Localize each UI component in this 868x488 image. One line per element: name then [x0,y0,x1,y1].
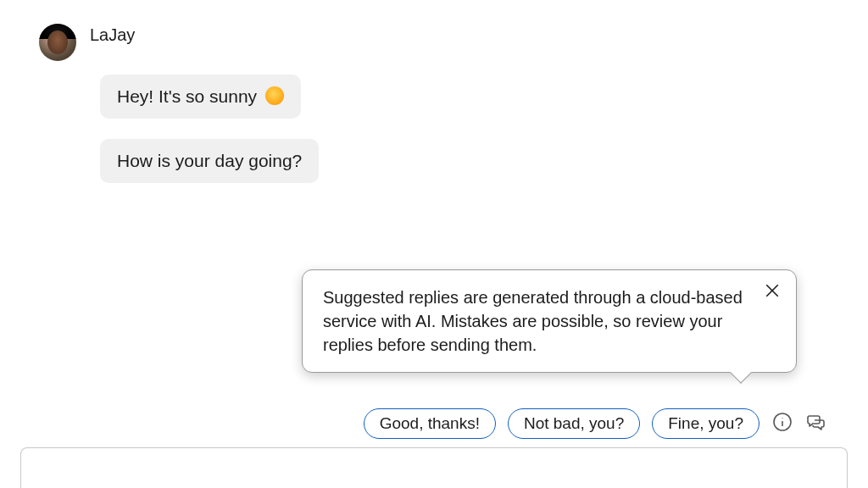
info-button[interactable] [771,413,793,435]
info-icon [772,412,793,435]
sun-icon [265,86,284,105]
chat-area: LaJay Hey! It's so sunny How is your day… [39,24,848,488]
close-button[interactable] [760,280,784,304]
close-icon [765,280,780,304]
suggestion-chip[interactable]: Not bad, you? [508,408,640,439]
view-more-button[interactable] [805,413,827,435]
message-bubble: How is your day going? [100,139,319,183]
message-text: How is your day going? [117,151,302,170]
message-bubble: Hey! It's so sunny [100,75,301,119]
suggestion-chip[interactable]: Good, thanks! [364,408,496,439]
message-text: Hey! It's so sunny [117,86,257,106]
avatar[interactable] [39,24,76,61]
sender-name: LaJay [90,25,135,45]
message-input[interactable] [20,447,848,488]
svg-point-4 [782,418,782,419]
tooltip-tail [730,362,751,383]
tooltip-text: Suggested replies are generated through … [323,288,743,354]
suggestion-chip[interactable]: Fine, you? [652,408,760,439]
chat-bubbles-icon [806,412,826,435]
suggested-replies-row: Good, thanks! Not bad, you? Fine, you? [364,408,827,439]
suggested-replies-tooltip: Suggested replies are generated through … [302,269,797,373]
